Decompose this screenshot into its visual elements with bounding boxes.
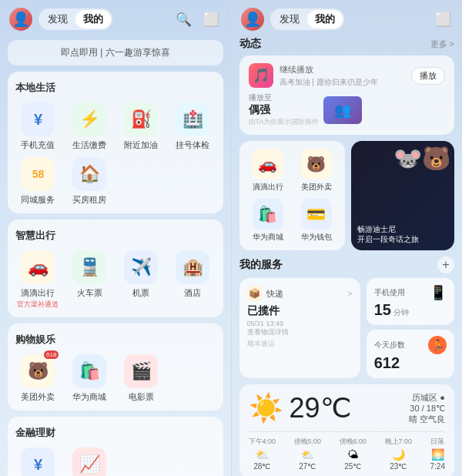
section-title-shopping: 购物娱乐 bbox=[15, 333, 216, 347]
more-link[interactable]: 更多 > bbox=[430, 39, 454, 50]
didi-sm-label: 滴滴出行 bbox=[253, 182, 283, 193]
list-item[interactable]: 58 同城服务 bbox=[15, 157, 61, 206]
list-item[interactable]: 🏨 酒店 bbox=[170, 250, 216, 310]
list-item[interactable]: 🐻 美团外卖 bbox=[295, 149, 337, 193]
play-button[interactable]: 播放 bbox=[411, 67, 445, 85]
huawei-mall-label: 华为商城 bbox=[72, 391, 106, 403]
local-life-grid-row2: 58 同城服务 🏠 买房租房 bbox=[15, 157, 216, 206]
meituan-label: 美团外卖 bbox=[21, 391, 55, 403]
disney-title: 畅游迪士尼 bbox=[357, 224, 419, 234]
music-song-name: 高考加油 | 愿你归来仍是少年 bbox=[280, 77, 406, 88]
search-icon[interactable]: 🔍 bbox=[174, 9, 194, 29]
steps-card[interactable]: 今天步数 🏃 612 bbox=[367, 330, 454, 378]
disney-subtitle: 开启一段奇话之旅 bbox=[357, 234, 419, 244]
express-detail: 查看物流详情 bbox=[247, 327, 353, 337]
forecast-icon-0: ⛅ bbox=[256, 448, 269, 461]
phone-usage-unit: 分钟 bbox=[393, 307, 409, 318]
gas-label: 附近加油 bbox=[124, 139, 158, 151]
movie-label: 电影票 bbox=[129, 391, 154, 403]
add-service-button[interactable]: + bbox=[437, 256, 454, 273]
list-item[interactable]: ¥ 手机充值 bbox=[15, 102, 61, 151]
forecast-time-0: 下午4:00 bbox=[249, 437, 276, 447]
huawei-mall-icon: 🛍️ bbox=[72, 354, 106, 388]
steps-label: 今天步数 bbox=[374, 340, 405, 350]
didi-label: 滴滴出行 bbox=[21, 287, 55, 299]
hotel-label: 酒店 bbox=[184, 287, 201, 299]
hospital-label: 挂号体检 bbox=[176, 139, 209, 151]
scan-icon[interactable]: ⬜ bbox=[202, 9, 222, 29]
tab-discover[interactable]: 发现 bbox=[40, 10, 75, 28]
forecast-time-2: 傍晚6:00 bbox=[340, 437, 367, 447]
avatar[interactable]: 👤 bbox=[9, 8, 32, 31]
list-item[interactable]: 🛍️ 华为商城 bbox=[247, 199, 290, 243]
express-card[interactable]: 📦 快递 > 已揽件 05/31 13:49 查看物流详情 顺丰速运 bbox=[239, 278, 360, 378]
list-item[interactable]: ¥ 借钱 bbox=[15, 448, 61, 476]
phone-recharge-label: 手机充值 bbox=[21, 139, 55, 151]
forecast-time-1: 傍晚5:00 bbox=[294, 437, 322, 447]
forecast-item: 下午4:00 ⛅ 28℃ bbox=[249, 437, 276, 471]
list-item[interactable]: 🛍️ 华为商城 bbox=[67, 354, 112, 403]
weather-right-info: 历城区 ● 30 / 18℃ 晴 空气良 bbox=[409, 392, 445, 425]
list-item[interactable]: 🏥 挂号体检 bbox=[170, 102, 216, 151]
list-item[interactable]: 🚆 火车票 bbox=[67, 250, 112, 310]
meituan-sm-icon: 🐻 bbox=[301, 149, 332, 179]
finance-grid: ¥ 借钱 📈 东方财富 bbox=[15, 448, 216, 476]
list-item[interactable]: 💳 华为钱包 bbox=[295, 199, 337, 243]
broadcast-name: 偶强 bbox=[249, 103, 320, 117]
hospital-icon: 🏥 bbox=[176, 102, 209, 136]
express-header: 📦 快递 > bbox=[247, 286, 353, 301]
music-emoji: 🎵 bbox=[253, 67, 270, 84]
header-icons: 🔍 ⬜ bbox=[174, 9, 222, 29]
house-icon: 🏠 bbox=[72, 157, 106, 191]
weather-sun-icon: ☀️ bbox=[249, 392, 283, 424]
list-item[interactable]: ⚡ 生活缴费 bbox=[67, 102, 112, 151]
right-scan-icon[interactable]: ⬜ bbox=[433, 9, 453, 29]
list-item[interactable]: ✈️ 机票 bbox=[119, 250, 164, 310]
broadcast-row: 播放至 偶强 由TA为你展示国际插件 👥 bbox=[249, 92, 446, 127]
forecast-icon-3: 🌙 bbox=[392, 448, 405, 461]
left-panel: 👤 发现 我的 🔍 ⬜ 即点即用 | 六一趣游享惊喜 本地生活 ¥ 手机充值 ⚡… bbox=[0, 0, 231, 476]
express-icon: 📦 bbox=[247, 286, 263, 301]
banner: 即点即用 | 六一趣游享惊喜 bbox=[8, 40, 223, 65]
right-tab-discover[interactable]: 发现 bbox=[272, 10, 307, 28]
music-continue-label: 继续播放 bbox=[280, 64, 406, 75]
list-item[interactable]: 🚗 滴滴出行 bbox=[247, 149, 290, 193]
list-item[interactable]: ⛽ 附近加油 bbox=[119, 102, 164, 151]
section-title-travel: 智慧出行 bbox=[15, 229, 216, 243]
weather-main-row: ☀️ 29℃ 历城区 ● 30 / 18℃ 晴 空气良 bbox=[249, 392, 446, 425]
section-local-life: 本地生活 ¥ 手机充值 ⚡ 生活缴费 ⛽ 附近加油 🏥 挂号体检 58 同城服务 bbox=[8, 72, 223, 213]
list-item[interactable]: 📈 东方财富 bbox=[67, 448, 112, 476]
express-arrow: > bbox=[348, 290, 353, 298]
meituan-sm-label: 美团外卖 bbox=[301, 182, 332, 193]
my-services-title: 我的服务 bbox=[239, 258, 283, 272]
disney-overlay: 畅游迪士尼 开启一段奇话之旅 bbox=[357, 224, 419, 244]
tab-mine[interactable]: 我的 bbox=[75, 10, 111, 28]
list-item[interactable]: 🎬 电影票 bbox=[119, 354, 164, 403]
forecast-item: 日落 🌅 7:24 bbox=[430, 437, 445, 471]
section-shopping: 购物娱乐 🐻 618 美团外卖 🛍️ 华为商城 🎬 电影票 bbox=[8, 323, 223, 411]
list-item[interactable]: 🏠 买房租房 bbox=[67, 157, 112, 206]
section-title-finance: 金融理财 bbox=[15, 426, 216, 440]
huawei-wallet-icon: 💳 bbox=[301, 199, 332, 230]
phone-usage-card[interactable]: 手机使用 📱 15 分钟 bbox=[367, 278, 454, 325]
utilities-label: 生活缴费 bbox=[72, 139, 106, 151]
express-status: 已揽件 bbox=[247, 304, 353, 318]
phone-usage-label: 手机使用 bbox=[374, 287, 405, 298]
dongtai-section: 动态 更多 > 🎵 继续播放 高考加油 | 愿你归来仍是少年 播放 播放至 偶强… bbox=[239, 37, 455, 250]
right-avatar[interactable]: 👤 bbox=[241, 8, 264, 31]
banner-text: 即点即用 | 六一趣游享惊喜 bbox=[61, 47, 170, 58]
apps-disney-row: 🚗 滴滴出行 🐻 美团外卖 🛍️ 华为商城 💳 华为钱包 🐭🐻 bbox=[239, 141, 455, 250]
forecast-temp-2: 25℃ bbox=[344, 462, 361, 471]
tab-group: 发现 我的 bbox=[38, 8, 112, 30]
right-tab-mine[interactable]: 我的 bbox=[307, 10, 343, 28]
services-row: 📦 快递 > 已揽件 05/31 13:49 查看物流详情 顺丰速运 手机使用 … bbox=[239, 278, 455, 378]
list-item[interactable]: 🐻 618 美团外卖 bbox=[15, 354, 61, 403]
hotel-icon: 🏨 bbox=[176, 250, 209, 284]
forecast-item: 傍晚5:00 ⛅ 27℃ bbox=[294, 437, 322, 471]
meituan-icon: 🐻 618 bbox=[21, 354, 55, 388]
list-item[interactable]: 🚗 滴滴出行 官方渠补通道 bbox=[15, 250, 61, 310]
music-card: 🎵 继续播放 高考加油 | 愿你归来仍是少年 播放 播放至 偶强 由TA为你展示… bbox=[239, 55, 455, 135]
forecast-temp-1: 27℃ bbox=[299, 462, 316, 471]
train-icon: 🚆 bbox=[72, 250, 106, 284]
disney-card[interactable]: 🐭🐻 畅游迪士尼 开启一段奇话之旅 bbox=[351, 141, 454, 250]
